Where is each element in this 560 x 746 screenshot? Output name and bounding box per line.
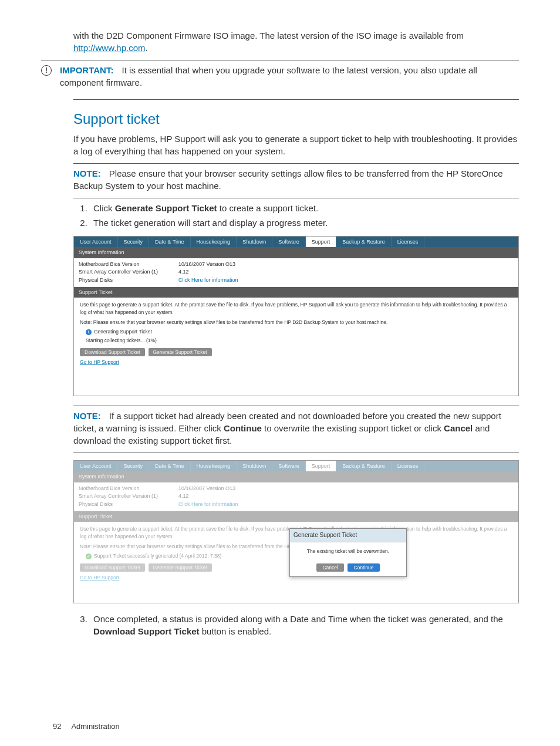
intro-paragraph: with the D2D Component Firmware ISO imag…: [73, 29, 519, 54]
important-label: IMPORTANT:: [60, 65, 113, 75]
tab[interactable]: Backup & Restore: [336, 237, 392, 248]
alert-icon: !: [41, 65, 52, 76]
generate-ticket-button[interactable]: Generate Support Ticket: [149, 348, 212, 356]
success-text: Support Ticket successfully generated (4…: [94, 552, 221, 560]
tab: Shutdown: [237, 461, 272, 472]
step-2: The ticket generation will start and dis…: [90, 217, 519, 229]
tab[interactable]: Date & Time: [149, 237, 191, 248]
go-hp-support-link: Go to HP Support: [80, 575, 119, 580]
tab-strip: User Account Security Date & Time Housek…: [74, 237, 518, 248]
tab-active: Support: [306, 461, 337, 472]
note-block: NOTE: Please ensure that your browser se…: [73, 167, 519, 192]
tab[interactable]: Housekeeping: [191, 237, 237, 248]
overwrite-modal: Generate Support Ticket The existing tic…: [289, 528, 407, 577]
note2-block: NOTE: If a support ticket had already be…: [73, 410, 519, 447]
tab: Licenses: [392, 461, 425, 472]
separator: [73, 163, 519, 164]
separator: [73, 406, 519, 406]
progress-text: Starting collecting tickets... (1%): [86, 337, 512, 345]
separator: [73, 99, 519, 100]
physical-disks-link[interactable]: Click Here for information: [178, 276, 238, 284]
modal-text: The existing ticket will be overwritten.: [290, 542, 406, 561]
go-hp-support-link[interactable]: Go to HP Support: [80, 359, 119, 365]
separator: [73, 453, 519, 453]
tab[interactable]: User Account: [74, 237, 118, 248]
section-intro: If you have problems, HP Support will as…: [73, 133, 519, 157]
steps-list: Click Generate Support Ticket to create …: [90, 202, 519, 229]
hp-link[interactable]: http://www.hp.com: [73, 43, 146, 53]
tab: Software: [272, 461, 306, 472]
continue-button[interactable]: Continue: [348, 563, 379, 572]
tab: User Account: [74, 461, 118, 472]
tab[interactable]: Security: [118, 237, 150, 248]
separator: [73, 198, 519, 198]
tab: Backup & Restore: [336, 461, 392, 472]
steps-list-cont: Once completed, a status is provided alo…: [90, 613, 519, 637]
tab: Security: [118, 461, 150, 472]
modal-title: Generate Support Ticket: [290, 529, 406, 542]
important-text: It is essential that when you upgrade yo…: [60, 65, 477, 87]
screenshot-1: User Account Security Date & Time Housek…: [73, 236, 519, 396]
tab: Date & Time: [149, 461, 191, 472]
screenshot-2: User Account Security Date & Time Housek…: [73, 460, 519, 603]
success-icon: ✓: [86, 553, 92, 559]
section-heading: Support ticket: [73, 109, 519, 129]
generate-ticket-button: Generate Support Ticket: [149, 563, 212, 572]
generating-label: Generating Support Ticket: [94, 328, 152, 336]
tab[interactable]: Licenses: [392, 237, 425, 248]
support-ticket-header: Support Ticket: [74, 287, 518, 298]
tab: Housekeeping: [191, 461, 237, 472]
download-ticket-button: Download Support Ticket: [80, 563, 145, 572]
tab[interactable]: Shutdown: [237, 237, 272, 248]
system-info-header: System Information: [74, 247, 518, 258]
cancel-button[interactable]: Cancel: [316, 563, 343, 572]
step-3: Once completed, a status is provided alo…: [90, 613, 519, 637]
separator: [41, 60, 519, 60]
ticket-desc: Use this page to generate a support tick…: [80, 301, 512, 316]
ticket-note: Note: Please ensure that your browser se…: [80, 319, 512, 326]
info-icon: i: [86, 329, 92, 335]
tab[interactable]: Software: [272, 237, 306, 248]
important-block: ! IMPORTANT: It is essential that when y…: [41, 64, 519, 93]
download-ticket-button[interactable]: Download Support Ticket: [80, 348, 145, 356]
tab-active[interactable]: Support: [306, 237, 337, 248]
step-1: Click Generate Support Ticket to create …: [90, 202, 519, 214]
